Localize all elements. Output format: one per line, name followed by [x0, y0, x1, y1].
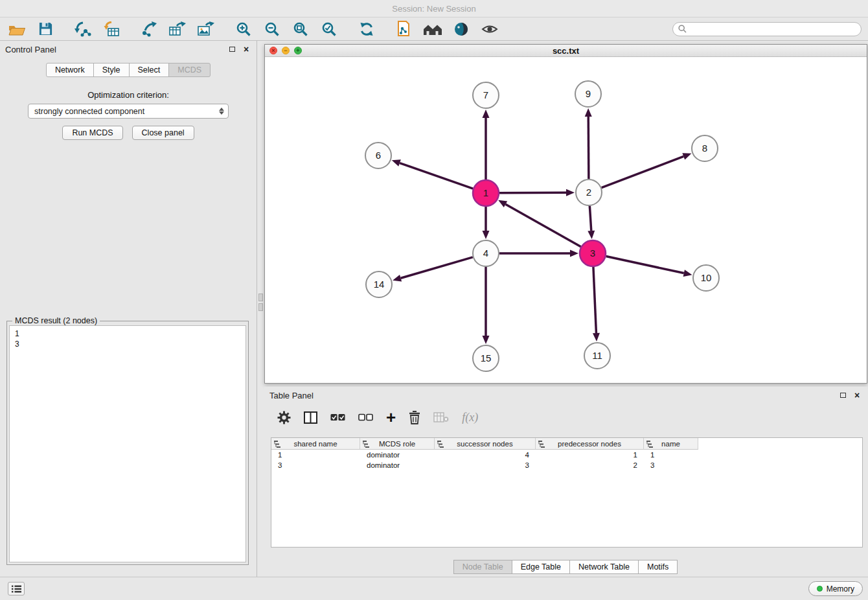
search-input[interactable]: [690, 25, 856, 34]
tab-style[interactable]: Style: [93, 63, 130, 77]
table-panel-title: Table Panel: [269, 391, 314, 400]
column-flow-icon: [646, 441, 653, 448]
close-table-panel-icon[interactable]: ×: [852, 390, 862, 400]
table-cell[interactable]: 1: [644, 450, 698, 460]
table-cell[interactable]: 3: [644, 460, 698, 470]
table-cell[interactable]: 3: [435, 460, 536, 470]
memory-button[interactable]: Memory: [808, 581, 863, 596]
criterion-dropdown[interactable]: strongly connected component: [28, 104, 229, 119]
network-graph: 7968124314101511: [265, 57, 867, 383]
node-1[interactable]: 1: [473, 180, 499, 206]
window-minimize-icon[interactable]: −: [282, 47, 290, 54]
edge-4-15[interactable]: [483, 267, 490, 344]
tab-edge-table[interactable]: Edge Table: [512, 560, 570, 574]
export-image-button[interactable]: [196, 20, 216, 38]
node-10[interactable]: 10: [693, 265, 719, 291]
open-file-button[interactable]: [6, 20, 27, 38]
table-settings-button[interactable]: [277, 409, 291, 426]
edge-1-4[interactable]: [483, 207, 490, 239]
table-cell[interactable]: dominator: [360, 460, 435, 470]
export-table-button[interactable]: [167, 20, 188, 38]
column-header-name[interactable]: name: [644, 438, 698, 450]
table-row[interactable]: 1dominator411: [271, 450, 862, 460]
node-3[interactable]: 3: [580, 240, 606, 266]
svg-text:1: 1: [483, 187, 488, 198]
tab-network[interactable]: Network: [46, 63, 94, 77]
edge-3-1[interactable]: [498, 200, 581, 247]
edge-1-2[interactable]: [499, 189, 575, 196]
show-columns-button[interactable]: [304, 409, 317, 426]
delete-column-button[interactable]: [409, 409, 420, 426]
task-history-button[interactable]: [8, 582, 25, 595]
edge-2-8[interactable]: [602, 153, 692, 187]
network-window-title: scc.txt: [553, 46, 579, 56]
node-9[interactable]: 9: [575, 81, 601, 107]
panel-splitter[interactable]: [258, 294, 263, 313]
tab-select[interactable]: Select: [129, 63, 170, 77]
select-all-rows-button[interactable]: [330, 409, 345, 426]
column-header-predecessor-nodes[interactable]: predecessor nodes: [536, 438, 644, 450]
column-header-successor-nodes[interactable]: successor nodes: [435, 438, 536, 450]
table-row[interactable]: 3dominator323: [271, 460, 862, 470]
tab-node-table[interactable]: Node Table: [453, 560, 512, 574]
edge-3-10[interactable]: [606, 256, 692, 276]
table-cell[interactable]: 2: [536, 460, 644, 470]
close-panel-button[interactable]: Close panel: [132, 126, 194, 140]
zoom-in-button[interactable]: [233, 20, 254, 38]
node-4[interactable]: 4: [473, 240, 499, 266]
svg-text:6: 6: [376, 150, 381, 161]
deselect-all-rows-button[interactable]: [358, 409, 373, 426]
close-panel-icon[interactable]: ×: [241, 44, 251, 54]
window-close-icon[interactable]: ×: [269, 47, 277, 54]
column-label: shared name: [293, 440, 337, 448]
column-header-shared-name[interactable]: shared name: [271, 438, 360, 450]
edge-2-3[interactable]: [588, 206, 595, 239]
window-maximize-icon[interactable]: +: [294, 47, 302, 54]
node-7[interactable]: 7: [473, 82, 499, 108]
edge-4-14[interactable]: [393, 257, 473, 282]
add-column-button[interactable]: +: [386, 409, 396, 426]
float-table-panel-icon[interactable]: [838, 390, 848, 400]
export-network-button[interactable]: [139, 20, 159, 38]
import-table-icon: [103, 21, 120, 37]
table-cell[interactable]: 1: [271, 450, 360, 460]
edge-1-6[interactable]: [392, 159, 473, 189]
import-network-button[interactable]: [73, 20, 93, 38]
node-2[interactable]: 2: [576, 179, 602, 205]
show-hide-button[interactable]: [479, 20, 500, 38]
edge-3-11[interactable]: [593, 267, 600, 341]
clipboard-network-button[interactable]: [394, 20, 415, 38]
table-cell[interactable]: 4: [435, 450, 536, 460]
zoom-out-button[interactable]: [262, 20, 282, 38]
zoom-fit-button[interactable]: [290, 20, 311, 38]
node-14[interactable]: 14: [366, 271, 392, 297]
table-cell[interactable]: 1: [536, 450, 644, 460]
node-15[interactable]: 15: [473, 345, 499, 371]
search-field[interactable]: [672, 22, 862, 36]
columns-icon: [304, 411, 317, 424]
mcds-result-title: MCDS result (2 nodes): [12, 316, 100, 325]
zoom-selected-button[interactable]: [319, 20, 339, 38]
style-button[interactable]: [451, 20, 472, 38]
table-cell[interactable]: dominator: [360, 450, 435, 460]
table-cell[interactable]: 3: [271, 460, 360, 470]
node-11[interactable]: 11: [584, 343, 610, 369]
node-8[interactable]: 8: [692, 135, 718, 161]
save-session-button[interactable]: [35, 20, 56, 38]
import-table-button[interactable]: [101, 20, 122, 38]
overview-icon-button[interactable]: [422, 20, 443, 38]
tab-motifs[interactable]: Motifs: [638, 560, 678, 574]
run-mcds-button[interactable]: Run MCDS: [62, 126, 122, 140]
tab-mcds[interactable]: MCDS: [168, 63, 211, 77]
tab-network-table[interactable]: Network Table: [569, 560, 639, 574]
column-label: predecessor nodes: [558, 440, 621, 448]
float-panel-icon[interactable]: [227, 44, 237, 54]
network-canvas[interactable]: 7968124314101511: [265, 57, 867, 383]
network-window-titlebar[interactable]: × − + scc.txt: [265, 45, 867, 57]
refresh-button[interactable]: [356, 20, 377, 38]
edge-4-3[interactable]: [499, 250, 578, 257]
edge-2-9[interactable]: [585, 108, 592, 179]
node-6[interactable]: 6: [365, 143, 391, 168]
column-header-MCDS-role[interactable]: MCDS role: [360, 438, 435, 450]
edge-1-7[interactable]: [483, 110, 490, 179]
